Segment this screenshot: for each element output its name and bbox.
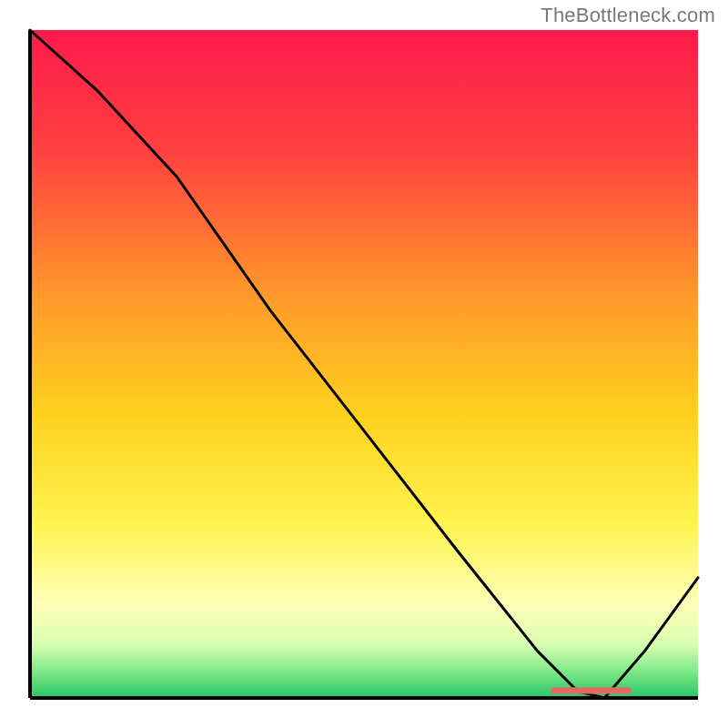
- optimal-range-marker: [551, 687, 632, 693]
- bottleneck-chart: [0, 0, 728, 728]
- plot-background: [30, 30, 698, 698]
- chart-container: TheBottleneck.com: [0, 0, 728, 728]
